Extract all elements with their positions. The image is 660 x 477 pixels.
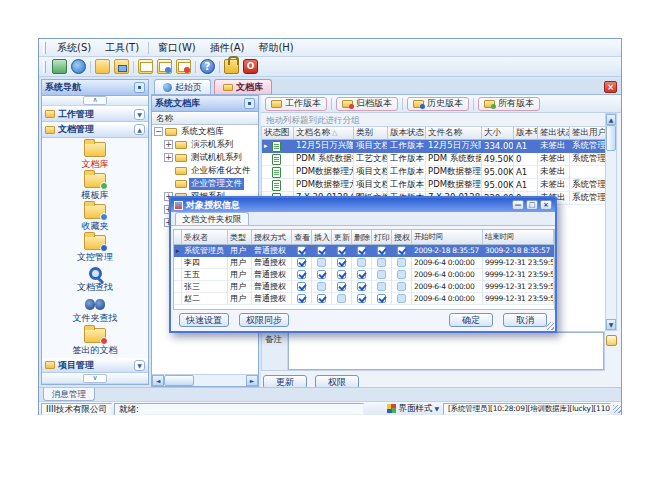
connect-icon[interactable] xyxy=(52,59,67,74)
sidebar-item-template-library[interactable]: 模板库 xyxy=(42,172,148,203)
column-grant[interactable]: 授权 xyxy=(392,230,412,245)
update-checkbox[interactable] xyxy=(337,246,346,255)
chevron-up-icon[interactable]: ▲ xyxy=(134,124,145,135)
column-checkout-status[interactable]: 签出状态 xyxy=(538,127,570,140)
grant-checkbox[interactable] xyxy=(397,282,406,291)
grant-checkbox[interactable] xyxy=(397,246,406,255)
tree-root[interactable]: − 系统文档库 xyxy=(152,125,258,138)
column-grant-mode[interactable]: 授权方式 xyxy=(252,230,292,245)
tab-start-page[interactable]: 起始页 xyxy=(154,79,211,94)
interface-style-dropdown[interactable]: 界面样式 ▼ xyxy=(398,403,439,415)
remark-textarea[interactable] xyxy=(288,332,604,370)
column-insert[interactable]: 插入 xyxy=(312,230,332,245)
resize-grip[interactable] xyxy=(613,405,621,413)
column-version-no[interactable]: 版本号 xyxy=(514,127,538,140)
sidebar-item-document-library[interactable]: 文档库 xyxy=(42,141,148,172)
grant-checkbox[interactable] xyxy=(397,294,406,303)
view-checkbox[interactable] xyxy=(297,246,306,255)
table-row[interactable]: PDM 系统数据整理检... 工艺文档 工作版本 PDM 系统数据整理... 4… xyxy=(262,153,605,166)
tab-message-management[interactable]: 消息管理 xyxy=(43,388,95,401)
menu-plugin[interactable]: 插件(A) xyxy=(203,39,252,57)
nav-group-project[interactable]: 项目管理 ▼ xyxy=(42,358,148,374)
tab-document-library[interactable]: 文档库 xyxy=(214,79,272,94)
column-file-name[interactable]: 文件名称 xyxy=(426,127,482,140)
archive-version-button[interactable]: 归档版本 xyxy=(336,97,398,111)
grant-checkbox[interactable] xyxy=(397,258,406,267)
update-checkbox[interactable] xyxy=(337,270,346,279)
ok-button[interactable]: 确定 xyxy=(449,313,493,327)
tree-node-selected[interactable]: 企业管理文件 xyxy=(152,177,258,190)
view-checkbox[interactable] xyxy=(297,282,306,291)
sidebar-item-doc-search[interactable]: 文档查找 xyxy=(42,265,148,296)
globe-icon[interactable] xyxy=(71,59,86,74)
column-status-icon[interactable]: 状态图 xyxy=(262,127,294,140)
delete-checkbox[interactable] xyxy=(357,258,366,267)
tab-folder-permissions[interactable]: 文档文件夹权限 xyxy=(175,212,249,225)
column-type[interactable]: 类型 xyxy=(228,230,252,245)
nav-collapse-strip-bottom[interactable]: ∨ xyxy=(42,373,148,384)
delete-checkbox[interactable] xyxy=(357,294,366,303)
exit-icon[interactable]: O xyxy=(243,59,258,74)
permission-row[interactable]: 李四 用户 普通授权 2009-6-4 0:00:00 9999-12-31 2… xyxy=(174,257,555,269)
insert-checkbox[interactable] xyxy=(317,258,326,267)
insert-checkbox[interactable] xyxy=(317,282,326,291)
toolbar-grip[interactable] xyxy=(43,42,46,54)
tree-horizontal-scrollbar[interactable]: ◄ ► xyxy=(152,374,258,386)
menu-system[interactable]: 系统(S) xyxy=(50,39,98,57)
menu-help[interactable]: 帮助(H) xyxy=(251,39,300,57)
permission-row[interactable]: 张三 用户 普通授权 2009-6-4 0:00:00 9999-12-31 2… xyxy=(174,281,555,293)
tree-node[interactable]: + 演示机系列 xyxy=(152,138,258,151)
toolbar-grip[interactable] xyxy=(43,61,46,73)
column-size[interactable]: 大小 xyxy=(482,127,514,140)
grant-checkbox[interactable] xyxy=(397,270,406,279)
tree-node[interactable]: + 测试机机系列 xyxy=(152,151,258,164)
insert-checkbox[interactable] xyxy=(317,246,326,255)
scroll-left-icon[interactable]: ◄ xyxy=(152,375,164,386)
folder-properties-icon[interactable] xyxy=(114,59,129,74)
view-checkbox[interactable] xyxy=(297,258,306,267)
scrollbar-thumb[interactable] xyxy=(606,125,616,151)
column-end-time[interactable]: 结束时间 xyxy=(483,230,554,245)
column-version-status[interactable]: 版本状态 xyxy=(388,127,426,140)
help-icon[interactable]: ? xyxy=(200,59,215,74)
chevron-down-icon[interactable]: ▼ xyxy=(134,109,145,120)
pin-icon[interactable] xyxy=(244,98,255,109)
print-checkbox[interactable] xyxy=(377,294,386,303)
table-row[interactable]: ▸ 12月5日万兴隆同行... 项目文档 工作版本 12月5日万兴隆同行... … xyxy=(262,140,605,153)
grid-vertical-scrollbar[interactable]: ▲ ▼ xyxy=(605,113,617,331)
minimize-icon[interactable]: — xyxy=(512,200,524,210)
update-checkbox[interactable] xyxy=(337,282,346,291)
nav-group-document[interactable]: 文档管理 ▲ xyxy=(42,122,148,138)
column-doc-name[interactable]: 文档名称△ xyxy=(294,127,354,140)
table-row[interactable]: PDM数据整理方案2.doc 项目文档 工作版本 PDM数据整理方案2.doc … xyxy=(262,179,605,192)
menu-tools[interactable]: 工具(T) xyxy=(98,39,146,57)
column-checkout-user[interactable]: 签出用户 xyxy=(570,127,605,140)
maximize-icon[interactable]: □ xyxy=(526,200,538,210)
close-icon[interactable]: × xyxy=(540,200,552,210)
close-tab-icon[interactable]: × xyxy=(604,81,617,93)
delete-checkbox[interactable] xyxy=(357,246,366,255)
mail-alert-icon[interactable] xyxy=(176,59,191,74)
delete-checkbox[interactable] xyxy=(357,282,366,291)
lock-icon[interactable] xyxy=(224,59,239,74)
all-version-button[interactable]: 所有版本 xyxy=(478,97,540,111)
open-folder-icon[interactable] xyxy=(95,59,110,74)
print-checkbox[interactable] xyxy=(377,258,386,267)
permission-row[interactable]: 王五 用户 普通授权 2009-6-4 0:00:00 9999-12-31 2… xyxy=(174,269,555,281)
update-checkbox[interactable] xyxy=(337,294,346,303)
insert-checkbox[interactable] xyxy=(317,270,326,279)
mail-icon[interactable] xyxy=(138,59,153,74)
work-version-button[interactable]: 工作版本 xyxy=(265,97,327,111)
view-checkbox[interactable] xyxy=(297,270,306,279)
chevron-down-icon[interactable]: ▼ xyxy=(134,360,145,371)
nav-collapse-strip-top[interactable]: ∧ xyxy=(42,96,148,107)
tree-name-column-header[interactable]: 名称 xyxy=(152,112,258,125)
view-checkbox[interactable] xyxy=(297,294,306,303)
cancel-button[interactable]: 取消 xyxy=(503,313,547,327)
delete-checkbox[interactable] xyxy=(357,270,366,279)
menu-window[interactable]: 窗口(W) xyxy=(151,39,203,57)
permission-row[interactable]: ▸ 系统管理员 用户 普通授权 2009-2-18 8:35:57 3009-2… xyxy=(174,245,555,257)
dialog-titlebar[interactable]: 对象授权信息 — □ × xyxy=(171,198,555,212)
scroll-down-icon[interactable]: ▼ xyxy=(606,319,616,330)
column-grantee[interactable]: 受权者 xyxy=(182,230,228,245)
